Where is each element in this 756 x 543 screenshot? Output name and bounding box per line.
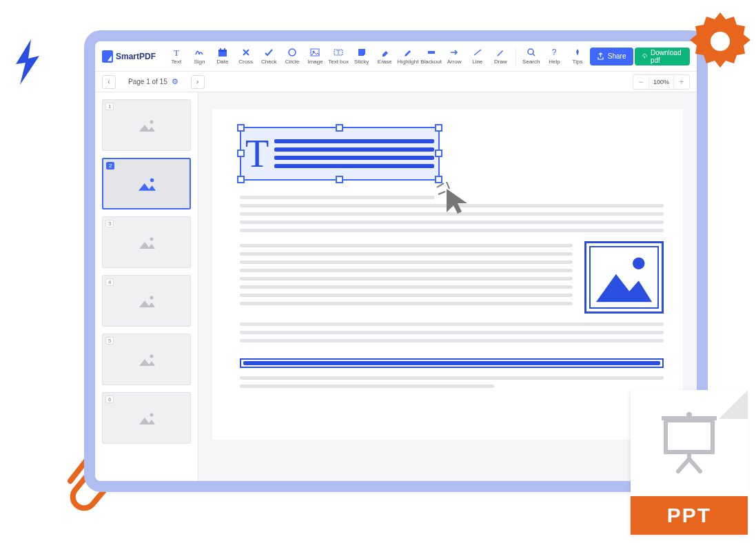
tool-erase[interactable]: Erase [374, 43, 396, 70]
paragraph-1 [240, 196, 664, 232]
svg-point-16 [150, 237, 153, 240]
paragraph-2 [240, 244, 573, 305]
svg-rect-4 [220, 48, 221, 50]
tool-image[interactable]: Image [305, 43, 327, 70]
app-logo: SmartPDF [102, 50, 156, 63]
share-icon [597, 52, 604, 60]
tool-sticky[interactable]: Sticky [351, 43, 373, 70]
tool-draw[interactable]: Draw [490, 43, 512, 70]
selected-textbox[interactable]: T [240, 127, 440, 181]
selected-line[interactable] [240, 358, 664, 368]
tool-check[interactable]: Check [258, 43, 280, 70]
svg-point-6 [289, 49, 296, 56]
svg-rect-5 [224, 48, 225, 50]
download-button[interactable]: Download pdf [635, 48, 690, 65]
text-lines [274, 139, 434, 168]
image-placeholder-icon [591, 247, 657, 307]
resize-handle-s[interactable] [336, 176, 343, 183]
resize-handle-w[interactable] [237, 150, 245, 157]
app-window: SmartPDF TText Sign Date Cross Check Cir… [95, 41, 697, 481]
ppt-label: PPT [631, 496, 748, 535]
presentation-icon [660, 412, 718, 474]
tool-cross[interactable]: Cross [235, 43, 257, 70]
thumb-3[interactable]: 3 [102, 216, 191, 268]
svg-point-15 [150, 178, 153, 181]
svg-line-21 [438, 192, 445, 194]
svg-text:T: T [337, 50, 340, 56]
svg-point-14 [150, 120, 153, 123]
resize-handle-nw[interactable] [237, 124, 245, 132]
zoom-value: 100% [648, 75, 674, 89]
svg-point-17 [150, 296, 153, 299]
paragraph-3 [240, 322, 664, 342]
paragraph-4 [240, 376, 664, 388]
thumb-4[interactable]: 4 [102, 275, 191, 327]
thumb-6[interactable]: 6 [102, 392, 191, 444]
tool-circle[interactable]: Circle [281, 43, 303, 70]
tool-highlight[interactable]: Highlight [397, 43, 419, 70]
logo-icon [102, 50, 113, 63]
pager-bar: ‹ Page 1 of 15 ⚙ › − 100% + [95, 72, 697, 92]
svg-point-26 [686, 412, 692, 418]
tool-search[interactable]: Search [520, 43, 542, 70]
svg-point-18 [150, 354, 153, 358]
tool-line[interactable]: Line [467, 43, 489, 70]
svg-line-22 [447, 182, 449, 189]
ppt-file-icon: PPT [631, 390, 748, 535]
image-placeholder-icon [136, 235, 157, 250]
svg-rect-11 [428, 51, 435, 54]
svg-point-23 [633, 258, 644, 269]
page-settings-icon[interactable]: ⚙ [172, 77, 178, 86]
svg-text:?: ? [552, 48, 557, 57]
divider [515, 48, 516, 65]
resize-handle-se[interactable] [435, 176, 442, 183]
image-placeholder-icon [136, 411, 157, 426]
toolbar: SmartPDF TText Sign Date Cross Check Cir… [95, 41, 697, 72]
app-name: SmartPDF [116, 52, 156, 61]
resize-handle-sw[interactable] [237, 176, 245, 183]
zoom-in-button[interactable]: + [674, 77, 689, 87]
image-placeholder-icon [136, 294, 157, 309]
tool-date[interactable]: Date [212, 43, 234, 70]
tool-tips[interactable]: Tips [566, 43, 589, 70]
thumbnail-panel: 1 2 3 4 5 6 [95, 92, 198, 481]
image-placeholder-icon [136, 352, 157, 367]
thumb-1[interactable]: 1 [102, 99, 191, 151]
prev-page-button[interactable]: ‹ [102, 75, 116, 89]
canvas: T [198, 92, 697, 481]
zoom-control: − 100% + [633, 74, 690, 90]
gear-icon [686, 7, 755, 76]
zoom-out-button[interactable]: − [633, 77, 648, 87]
image-object[interactable] [584, 241, 664, 314]
tool-arrow[interactable]: Arrow [443, 43, 465, 70]
text-icon: T [245, 134, 269, 173]
next-page-button[interactable]: › [191, 75, 205, 89]
svg-point-12 [528, 49, 533, 54]
svg-point-0 [711, 32, 730, 51]
tool-text[interactable]: TText [165, 43, 187, 70]
page-indicator: Page 1 of 15 ⚙ [128, 77, 178, 86]
svg-text:T: T [174, 48, 179, 57]
tool-help[interactable]: ?Help [544, 43, 566, 70]
workspace: 1 2 3 4 5 6 T [95, 92, 697, 481]
cloud-download-icon [642, 52, 647, 60]
image-placeholder-icon [135, 176, 159, 192]
thumb-5[interactable]: 5 [102, 334, 191, 385]
tool-blackout[interactable]: Blackout [420, 43, 442, 70]
resize-handle-ne[interactable] [435, 124, 442, 132]
resize-handle-e[interactable] [435, 150, 442, 157]
resize-handle-n[interactable] [336, 124, 343, 132]
image-placeholder-icon [136, 118, 157, 133]
thumb-2[interactable]: 2 [102, 158, 191, 209]
svg-line-20 [437, 183, 444, 187]
share-button[interactable]: Share [590, 48, 633, 65]
tool-sign[interactable]: Sign [189, 43, 211, 70]
lightning-icon [10, 38, 45, 86]
svg-rect-3 [218, 50, 227, 52]
file-fold-icon [719, 390, 748, 419]
tool-textbox[interactable]: TText box [327, 43, 349, 70]
svg-rect-24 [666, 420, 713, 452]
svg-point-19 [150, 413, 153, 416]
tablet-frame: SmartPDF TText Sign Date Cross Check Cir… [84, 30, 708, 492]
document-page[interactable]: T [212, 109, 683, 440]
